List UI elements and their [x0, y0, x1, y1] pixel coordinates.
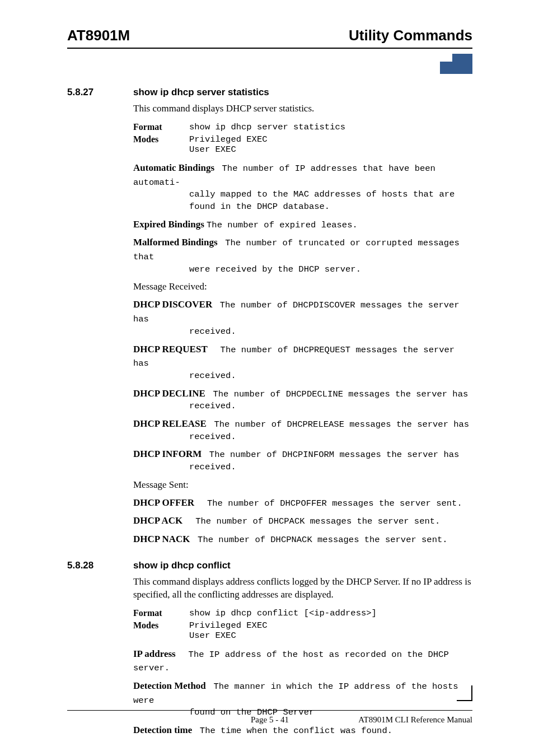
- definition-label: Automatic Bindings: [133, 162, 214, 173]
- definition-label: DHCP DISCOVER: [133, 299, 212, 310]
- modes-values: Privileged EXEC User EXEC: [189, 134, 268, 155]
- message-sent-heading: Message Sent:: [133, 479, 472, 491]
- section-number: 5.8.27: [67, 87, 133, 98]
- section-intro: This command displays address conflicts …: [133, 576, 472, 601]
- format-cmd: show ip dhcp conflict: [189, 608, 304, 618]
- mode-item: User EXEC: [189, 144, 236, 155]
- definition-item: DHCP DISCOVER The number of DHCPDISCOVER…: [133, 298, 472, 338]
- section-title: show ip dhcp server statistics: [133, 87, 269, 98]
- definition-text: The time when the conflict was found.: [200, 726, 392, 736]
- definition-text: The number of expired leases.: [207, 220, 358, 230]
- section-number: 5.8.28: [67, 560, 133, 571]
- definition-text: The number of DHCPACK messages the serve…: [195, 516, 440, 526]
- mode-item: User EXEC: [189, 631, 236, 641]
- definition-item: IP address The IP address of the host as…: [133, 647, 472, 675]
- definition-label: DHCP INFORM: [133, 449, 202, 459]
- header-section: Utility Commands: [349, 27, 472, 44]
- mode-item: Privileged EXEC: [189, 134, 268, 144]
- definition-label: Expired Bindings: [133, 219, 204, 230]
- header-product: AT8901M: [67, 27, 130, 44]
- definition-item: DHCP RELEASE The number of DHCPRELEASE m…: [133, 417, 472, 443]
- format-label: Format: [133, 122, 189, 132]
- definition-item: Malformed Bindings The number of truncat…: [133, 236, 472, 276]
- definition-label: Malformed Bindings: [133, 237, 218, 248]
- corner-mark: [457, 685, 472, 701]
- definition-item: DHCP REQUEST The number of DHCPREQUEST m…: [133, 343, 472, 382]
- page-footer: Page 5 - 41 AT8901M CLI Reference Manual: [67, 710, 472, 725]
- mode-item: Privileged EXEC: [189, 620, 268, 631]
- message-received-heading: Message Received:: [133, 281, 472, 292]
- section-title: show ip dhcp conflict: [133, 560, 231, 571]
- definition-label: Detection time: [133, 725, 192, 735]
- definition-label: IP address: [133, 648, 176, 659]
- modes-values: Privileged EXEC User EXEC: [189, 620, 268, 641]
- corner-decoration: [439, 54, 472, 78]
- definition-label: DHCP OFFER: [133, 497, 194, 508]
- definition-label: DHCP DECLINE: [133, 388, 205, 399]
- definition-label: DHCP RELEASE: [133, 418, 207, 429]
- definition-item: DHCP ACK The number of DHCPACK messages …: [133, 514, 472, 528]
- section-intro: This command displays DHCP server statis…: [133, 102, 472, 115]
- definition-label: DHCP NACK: [133, 534, 190, 544]
- modes-label: Modes: [133, 134, 189, 155]
- definition-item: Expired Bindings The number of expired l…: [133, 218, 472, 232]
- page-number: Page 5 - 41: [202, 715, 337, 725]
- manual-name: AT8901M CLI Reference Manual: [338, 715, 472, 725]
- definition-label: DHCP ACK: [133, 515, 182, 526]
- format-value: show ip dhcp server statistics: [189, 122, 345, 132]
- definition-label: DHCP REQUEST: [133, 344, 208, 354]
- definition-item: DHCP NACK The number of DHCPNACK message…: [133, 533, 472, 547]
- definition-item: Automatic Bindings The number of IP addr…: [133, 161, 472, 213]
- definition-label: Detection Method: [133, 680, 206, 691]
- definition-item: DHCP INFORM The number of DHCPINFORM mes…: [133, 447, 472, 473]
- page-header: AT8901M Utility Commands: [67, 27, 472, 49]
- format-value: show ip dhcp conflict [<ip-address>]: [189, 608, 377, 618]
- definition-item: DHCP OFFER The number of DHCPOFFER messa…: [133, 496, 472, 510]
- definition-item: Detection time The time when the conflic…: [133, 724, 472, 738]
- format-label: Format: [133, 608, 189, 618]
- definition-text: The number of DHCPOFFER messages the ser…: [207, 498, 462, 508]
- modes-label: Modes: [133, 620, 189, 641]
- definition-item: DHCP DECLINE The number of DHCPDECLINE m…: [133, 387, 472, 413]
- definition-text: The number of DHCPNACK messages the serv…: [198, 535, 447, 545]
- format-arg: [<ip-address>]: [304, 608, 377, 618]
